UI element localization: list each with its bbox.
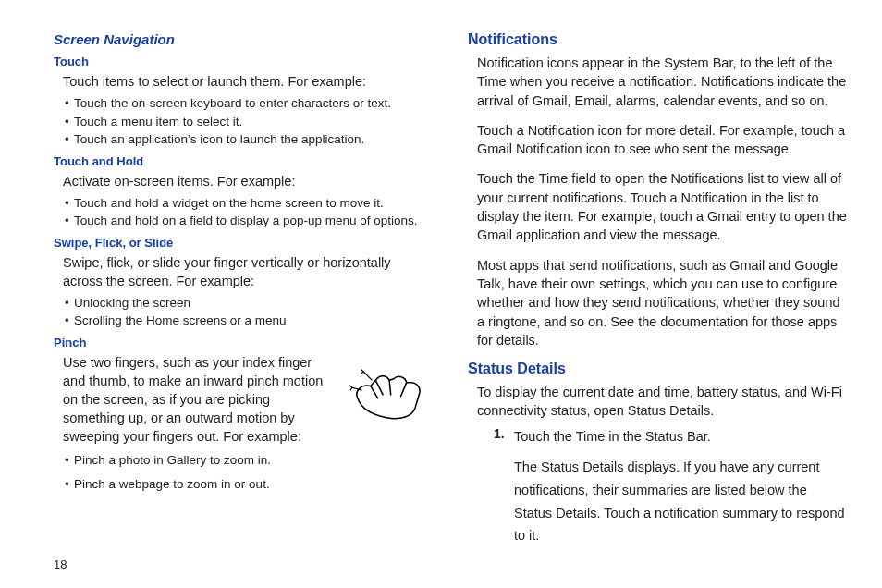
list-item: Unlocking the screen (65, 294, 433, 312)
list-item: Pinch a photo in Gallery to zoom in. (65, 451, 433, 470)
touch-intro: Touch items to select or launch them. Fo… (63, 72, 433, 91)
heading-touch: Touch (54, 55, 433, 68)
pinch-list: Pinch a photo in Gallery to zoom in. Pin… (65, 451, 433, 493)
status-intro: To display the current date and time, ba… (477, 383, 847, 421)
notif-p4: Most apps that send notifications, such … (477, 256, 847, 349)
step-row: 1. Touch the Time in the Status Bar. (494, 426, 847, 447)
pinch-intro: Use two fingers, such as your index fing… (63, 353, 333, 446)
left-column: Screen Navigation Touch Touch items to s… (54, 31, 433, 579)
step-text: Touch the Time in the Status Bar. (514, 426, 711, 447)
notif-p3: Touch the Time field to open the Notific… (477, 169, 847, 244)
list-item: Touch the on-screen keyboard to enter ch… (65, 94, 433, 113)
list-item: Touch an application’s icon to launch th… (65, 130, 433, 149)
heading-swipe: Swipe, Flick, or Slide (54, 236, 433, 250)
heading-screen-navigation: Screen Navigation (54, 31, 433, 47)
list-item: Touch and hold on a field to display a p… (65, 212, 433, 230)
hold-list: Touch and hold a widget on the home scre… (65, 194, 433, 230)
heading-pinch: Pinch (54, 336, 433, 349)
swipe-intro: Swipe, flick, or slide your finger verti… (63, 253, 433, 290)
list-item: Touch and hold a widget on the home scre… (65, 194, 433, 213)
page: Screen Navigation Touch Touch items to s… (0, 0, 882, 588)
list-item: Pinch a webpage to zoom in or out. (65, 475, 433, 494)
touch-list: Touch the on-screen keyboard to enter ch… (65, 94, 433, 149)
right-column: Notifications Notification icons appear … (468, 31, 847, 579)
heading-touch-hold: Touch and Hold (54, 154, 433, 168)
step-number: 1. (494, 426, 514, 441)
notif-p1: Notification icons appear in the System … (477, 54, 847, 110)
notif-p2: Touch a Notification icon for more detai… (477, 121, 847, 159)
page-number: 18 (54, 557, 67, 571)
heading-status-details: Status Details (468, 361, 847, 377)
step-continuation: The Status Details displays. If you have… (514, 456, 847, 547)
list-item: Scrolling the Home screens or a menu (65, 312, 433, 330)
hold-intro: Activate on-screen items. For example: (63, 172, 433, 190)
swipe-list: Unlocking the screen Scrolling the Home … (65, 294, 433, 330)
pinch-hand-icon (340, 359, 433, 423)
pinch-row: Use two fingers, such as your index fing… (63, 353, 433, 446)
list-item: Touch a menu item to select it. (65, 113, 433, 131)
status-steps: 1. Touch the Time in the Status Bar. (494, 426, 847, 447)
heading-notifications: Notifications (468, 31, 847, 48)
